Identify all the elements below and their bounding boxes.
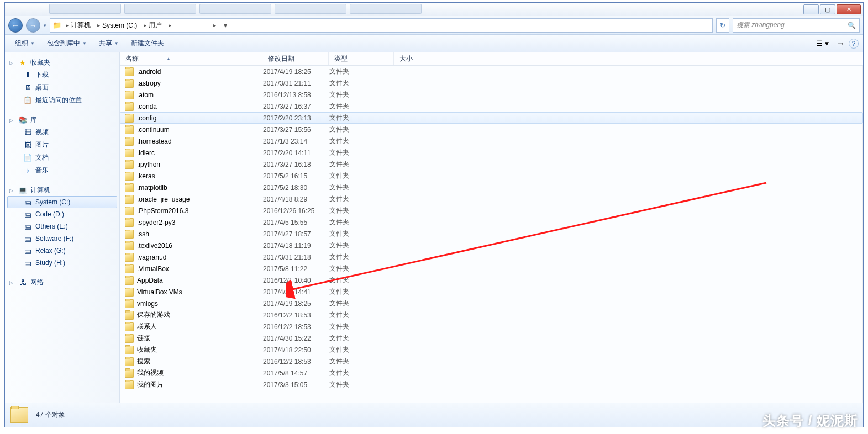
file-row[interactable]: 链接2017/4/30 15:22文件夹	[120, 332, 863, 344]
status-count: 47 个对象	[36, 410, 65, 420]
file-row[interactable]: .idlerc2017/2/20 14:11文件夹	[120, 147, 863, 158]
refresh-button[interactable]: ↻	[716, 18, 729, 33]
file-date: 2017/5/2 18:30	[263, 184, 329, 192]
file-row[interactable]: .spyder2-py32017/4/5 15:55文件夹	[120, 216, 863, 228]
search-input[interactable]: 搜索 zhangpeng 🔍	[733, 18, 860, 33]
address-dropdown[interactable]: ▾	[220, 22, 230, 29]
maximize-button[interactable]: ▢	[820, 4, 835, 14]
sidebar-item-videos[interactable]: 🎞视频	[7, 126, 117, 139]
sidebar-item-drive-e[interactable]: 🖴Others (E:)	[7, 220, 117, 232]
file-date: 2017/4/27 18:57	[263, 230, 329, 238]
folder-icon	[125, 195, 134, 204]
history-dropdown[interactable]: ▾	[44, 23, 46, 28]
file-row[interactable]: .homestead2017/1/3 23:14文件夹	[120, 135, 863, 147]
file-list[interactable]: .android2017/4/19 18:25文件夹.astropy2017/3…	[120, 66, 863, 403]
sidebar-item-pictures[interactable]: 🖼图片	[7, 139, 117, 151]
new-folder-button[interactable]: 新建文件夹	[125, 36, 170, 50]
folder-icon	[125, 91, 134, 99]
libraries-group[interactable]: ▷📚库	[7, 114, 117, 126]
sidebar-item-drive-g[interactable]: 🖴Relax (G:)	[7, 245, 117, 257]
view-options-button[interactable]: ☰▼	[816, 37, 831, 50]
file-row[interactable]: 保存的游戏2016/12/2 18:53文件夹	[120, 309, 863, 321]
file-row[interactable]: .astropy2017/3/31 21:11文件夹	[120, 77, 863, 89]
file-row[interactable]: .ipython2017/3/27 16:18文件夹	[120, 158, 863, 170]
file-row[interactable]: .keras2017/5/2 16:15文件夹	[120, 170, 863, 182]
computer-group[interactable]: ▷💻计算机	[7, 184, 117, 196]
breadcrumb-segment[interactable]: ▸用户	[141, 19, 164, 32]
file-row[interactable]: VirtualBox VMs2017/4/30 14:41文件夹	[120, 286, 863, 298]
back-button[interactable]: ←	[8, 18, 23, 33]
favorites-group[interactable]: ▷★收藏夹	[7, 57, 117, 68]
file-date: 2016/12/2 18:53	[263, 311, 329, 319]
sidebar-item-drive-c[interactable]: 🖴System (C:)	[7, 196, 117, 208]
sidebar-item-recent[interactable]: 📋最近访问的位置	[7, 94, 117, 107]
file-row[interactable]: .ssh2017/4/27 18:57文件夹	[120, 228, 863, 240]
folder-icon	[125, 67, 134, 76]
file-type: 文件夹	[329, 148, 394, 157]
file-date: 2017/5/2 16:15	[263, 172, 329, 180]
address-bar[interactable]: 📁 ▸计算机 ▸System (C:) ▸用户 ▸ ▸ ▾	[50, 18, 713, 33]
folder-icon	[125, 369, 134, 378]
file-row[interactable]: 联系人2016/12/2 18:53文件夹	[120, 321, 863, 332]
file-date: 2016/12/2 18:53	[263, 358, 329, 366]
folder-icon	[125, 357, 134, 366]
organize-button[interactable]: 组织▼	[9, 36, 40, 50]
share-button[interactable]: 共享▼	[93, 36, 124, 50]
file-row[interactable]: 搜索2016/12/2 18:53文件夹	[120, 356, 863, 367]
column-date[interactable]: 修改日期	[262, 52, 329, 65]
file-name: 收藏夹	[137, 345, 157, 354]
file-row[interactable]: .PhpStorm2016.32016/12/26 16:25文件夹	[120, 205, 863, 216]
file-row[interactable]: .matplotlib2017/5/2 18:30文件夹	[120, 182, 863, 193]
background-tabs-blur	[49, 4, 422, 14]
sidebar-item-music[interactable]: ♪音乐	[7, 164, 117, 177]
file-list-pane: 名称▲ 修改日期 类型 大小 .android2017/4/19 18:25文件…	[120, 52, 863, 403]
file-type: 文件夹	[329, 160, 394, 169]
file-type: 文件夹	[329, 113, 394, 123]
breadcrumb-segment[interactable]: ▸	[211, 19, 218, 32]
file-row[interactable]: 收藏夹2017/4/18 22:50文件夹	[120, 344, 863, 356]
file-row[interactable]: .conda2017/3/27 16:37文件夹	[120, 100, 863, 112]
sidebar-item-drive-d[interactable]: 🖴Code (D:)	[7, 208, 117, 220]
file-row[interactable]: 我的图片2017/3/3 15:05文件夹	[120, 379, 863, 390]
sidebar-item-downloads[interactable]: ⬇下载	[7, 68, 117, 81]
file-row[interactable]: 我的视频2017/5/8 14:57文件夹	[120, 367, 863, 379]
network-group[interactable]: ▷🖧网络	[7, 277, 117, 288]
file-row[interactable]: .android2017/4/19 18:25文件夹	[120, 66, 863, 77]
column-name[interactable]: 名称▲	[120, 52, 262, 65]
file-row[interactable]: AppData2016/12/1 10:40文件夹	[120, 274, 863, 286]
file-type: 文件夹	[329, 136, 394, 146]
column-headers: 名称▲ 修改日期 类型 大小	[120, 52, 863, 66]
star-icon: ★	[18, 59, 27, 67]
breadcrumb-segment[interactable]: ▸System (C:)	[95, 19, 139, 32]
network-icon: 🖧	[18, 278, 27, 287]
file-row[interactable]: .oracle_jre_usage2017/4/18 8:29文件夹	[120, 193, 863, 205]
file-date: 2016/12/26 16:25	[263, 207, 329, 215]
close-button[interactable]: ✕	[837, 4, 861, 14]
search-icon[interactable]: 🔍	[848, 22, 856, 29]
file-date: 2017/3/27 16:18	[263, 161, 329, 168]
file-row[interactable]: .atom2016/12/13 8:58文件夹	[120, 89, 863, 100]
column-type[interactable]: 类型	[329, 52, 394, 65]
file-row[interactable]: .vagrant.d2017/3/31 21:18文件夹	[120, 251, 863, 263]
preview-pane-button[interactable]: ▭	[832, 37, 848, 50]
sidebar-item-drive-f[interactable]: 🖴Software (F:)	[7, 232, 117, 245]
file-row[interactable]: .continuum2017/3/27 15:56文件夹	[120, 124, 863, 135]
breadcrumb-segment[interactable]: ▸	[166, 19, 209, 32]
sidebar-item-documents[interactable]: 📄文档	[7, 151, 117, 164]
include-in-library-button[interactable]: 包含到库中▼	[41, 36, 92, 50]
file-date: 2016/12/13 8:58	[263, 91, 329, 99]
file-row[interactable]: .VirtualBox2017/5/8 11:22文件夹	[120, 263, 863, 274]
column-size[interactable]: 大小	[394, 52, 438, 65]
minimize-button[interactable]: —	[803, 4, 819, 14]
file-row[interactable]: vmlogs2017/4/19 18:25文件夹	[120, 298, 863, 309]
forward-button[interactable]: →	[26, 18, 40, 33]
sidebar-item-drive-h[interactable]: 🖴Study (H:)	[7, 257, 117, 269]
file-row[interactable]: .config2017/2/20 23:13文件夹	[120, 112, 863, 124]
sidebar-item-desktop[interactable]: 🖥桌面	[7, 81, 117, 94]
breadcrumb-segment[interactable]: ▸计算机	[64, 19, 93, 32]
file-row[interactable]: .texlive20162017/4/18 11:19文件夹	[120, 240, 863, 251]
file-type: 文件夹	[329, 310, 394, 320]
video-icon: 🎞	[23, 128, 32, 137]
file-name: .idlerc	[137, 149, 155, 157]
help-button[interactable]: ?	[849, 39, 859, 49]
